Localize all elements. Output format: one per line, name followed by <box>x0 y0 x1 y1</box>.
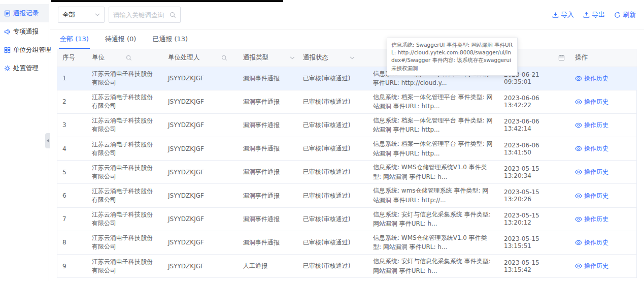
cell-report-content: 信息系统: 档案一体化管理平台 事件类型: 网站漏洞 事件URL: http..… <box>373 139 494 158</box>
cell-handler: JSYYDZKJGF <box>168 192 204 199</box>
sidebar-item-special-report[interactable]: 专项通报 <box>0 22 49 41</box>
cell-unit: 江苏云涌电子科技股份有限公司 <box>92 211 153 227</box>
table-row[interactable]: 7 江苏云涌电子科技股份有限公司 JSYYDZKJGF 漏洞事件通报 已审核(审… <box>57 207 637 231</box>
table-row[interactable]: 3 江苏云涌电子科技股份有限公司 JSYYDZKJGF 漏洞事件通报 已审核(审… <box>57 113 637 137</box>
action-history-label: 操作历史 <box>584 192 608 200</box>
col-label: 单位 <box>92 53 105 62</box>
tab-reported[interactable]: 已通报 (13) <box>151 30 189 49</box>
import-button[interactable]: 导入 <box>552 10 574 19</box>
col-header-status: 通报状态 <box>303 53 363 62</box>
action-history-label: 操作历史 <box>584 144 608 153</box>
cell-report-type: 漏洞事件通报 <box>243 121 280 129</box>
cell-report-status: 已审核(审核通过) <box>303 75 350 82</box>
search-icon[interactable] <box>170 12 176 18</box>
action-history-link[interactable]: 操作历史 <box>575 168 608 176</box>
cell-report-type: 漏洞事件通报 <box>243 239 280 246</box>
col-header-type: 通报类型 <box>243 53 293 62</box>
action-history-link[interactable]: 操作历史 <box>575 238 608 247</box>
table-row[interactable]: 4 江苏云涌电子科技股份有限公司 JSYYDZKJGF 漏洞事件通报 已审核(审… <box>57 137 637 161</box>
sidebar-item-label: 通报记录 <box>13 9 39 18</box>
action-history-link[interactable]: 操作历史 <box>575 144 608 153</box>
unit-search-icon[interactable] <box>126 55 132 61</box>
cell-index: 7 <box>62 215 66 223</box>
action-history-label: 操作历史 <box>584 74 608 83</box>
cell-handler: JSYYDZKJGF <box>168 145 204 152</box>
sidebar-item-label: 单位分组管理 <box>13 46 51 54</box>
table-row[interactable]: 5 江苏云涌电子科技股份有限公司 JSYYDZKJGF 漏洞事件通报 已审核(审… <box>57 161 637 184</box>
tab-all[interactable]: 全部 (13) <box>59 30 90 49</box>
export-label: 导出 <box>592 10 605 19</box>
action-history-link[interactable]: 操作历史 <box>575 262 608 270</box>
eye-icon <box>575 76 582 81</box>
table-row[interactable]: 1 江苏云涌电子科技股份有限公司 JSYYDZKJGF 漏洞事件通报 已审核(审… <box>57 67 637 90</box>
cell-report-time: 2023-06-06 13:41:50 <box>504 142 539 156</box>
cell-report-content: 信息系统: 安灯与信息化采集系统 事件类型: 网站漏洞 事件URL: h... <box>373 210 494 229</box>
content-tooltip: 信息系统: SwaggerUI 事件类型: 网站漏洞 事件URL: http:/… <box>387 38 518 76</box>
date-filter-calendar-icon[interactable] <box>558 54 565 61</box>
handler-search-icon[interactable] <box>221 55 227 61</box>
cell-handler: JSYYDZKJGF <box>168 239 204 246</box>
cell-report-time: 2023-06-06 13:42:14 <box>504 118 539 132</box>
sidebar-item-unit-group-management[interactable]: 单位分组管理 <box>0 41 49 59</box>
table-row[interactable]: 8 江苏云涌电子科技股份有限公司 JSYYDZKJGF 漏洞事件通报 已审核(审… <box>57 231 637 254</box>
sidebar-item-disposal-management[interactable]: 处置管理 <box>0 59 49 77</box>
cell-report-type: 人工通报 <box>243 262 267 269</box>
filter-select[interactable]: 全部 <box>58 7 105 23</box>
col-label: 单位处理人 <box>168 53 200 62</box>
cell-report-content: 信息系统: wms仓储管理系统 事件类型: 网站漏洞 事件URL: http:/… <box>373 186 494 205</box>
export-button[interactable]: 导出 <box>583 10 605 19</box>
action-history-link[interactable]: 操作历史 <box>575 215 608 224</box>
cell-report-content: 信息系统: WMS仓储管理系统V1.0 事件类型: 网站漏洞 事件URL: h.… <box>373 233 494 252</box>
import-icon <box>552 12 559 18</box>
table-row[interactable]: 6 江苏云涌电子科技股份有限公司 JSYYDZKJGF 漏洞事件通报 已审核(审… <box>57 184 637 207</box>
refresh-button[interactable]: 刷新 <box>614 10 636 19</box>
eye-icon <box>575 122 582 128</box>
top-black-strip <box>51 0 283 2</box>
eye-icon <box>575 216 582 222</box>
cell-index: 9 <box>62 263 66 270</box>
cell-index: 2 <box>62 98 66 105</box>
cell-unit: 江苏云涌电子科技股份有限公司 <box>92 234 153 250</box>
status-filter-chevron-icon[interactable] <box>350 56 355 59</box>
cell-index: 5 <box>62 169 66 176</box>
special-report-icon <box>4 28 11 35</box>
table-row[interactable]: 9 江苏云涌电子科技股份有限公司 JSYYDZKJGF 人工通报 已审核(审核通… <box>57 255 637 278</box>
cell-handler: JSYYDZKJGF <box>168 263 204 270</box>
cell-report-status: 已审核(审核通过) <box>303 168 350 175</box>
action-history-link[interactable]: 操作历史 <box>575 192 608 200</box>
cell-unit: 江苏云涌电子科技股份有限公司 <box>92 117 153 133</box>
cell-handler: JSYYDZKJGF <box>168 169 204 176</box>
cell-handler: JSYYDZKJGF <box>168 75 204 82</box>
table-row[interactable]: 2 江苏云涌电子科技股份有限公司 JSYYDZKJGF 漏洞事件通报 已审核(审… <box>57 90 637 113</box>
sidebar-item-report-records[interactable]: 通报记录 <box>0 4 49 22</box>
cell-handler: JSYYDZKJGF <box>168 215 204 223</box>
main-content: 全部 导入 导出 刷新 全部 (13) 待通报 (0) <box>50 0 644 281</box>
cell-index: 1 <box>62 75 66 82</box>
eye-icon <box>575 193 582 199</box>
eye-icon <box>575 99 582 105</box>
keyword-search-input[interactable] <box>113 11 170 19</box>
tab-pending[interactable]: 待通报 (0) <box>104 30 138 49</box>
cell-report-status: 已审核(审核通过) <box>303 215 350 223</box>
sidebar-item-label: 处置管理 <box>13 64 39 73</box>
cell-report-type: 漏洞事件通报 <box>243 215 280 223</box>
action-history-link[interactable]: 操作历史 <box>575 98 608 106</box>
action-history-label: 操作历史 <box>584 262 608 270</box>
cell-unit: 江苏云涌电子科技股份有限公司 <box>92 188 153 203</box>
table-header-row: 序号 单位 单位处理人 通报类型 通报状态 操作 <box>57 49 637 67</box>
sidebar-collapse-handle[interactable] <box>45 133 50 148</box>
col-header-handler: 单位处理人 <box>168 53 233 62</box>
col-label: 通报类型 <box>243 53 268 62</box>
refresh-icon <box>614 12 621 18</box>
action-history-label: 操作历史 <box>584 168 608 176</box>
action-history-link[interactable]: 操作历史 <box>575 74 608 83</box>
type-filter-chevron-icon[interactable] <box>290 56 295 59</box>
eye-icon <box>575 169 582 175</box>
cell-report-content: 信息系统: 安灯与信息化采集系统 事件类型: 网站漏洞 事件URL: h... <box>373 257 494 275</box>
action-history-link[interactable]: 操作历史 <box>575 121 608 130</box>
eye-icon <box>575 240 582 245</box>
cell-handler: JSYYDZKJGF <box>168 121 204 129</box>
cell-report-status: 已审核(审核通过) <box>303 145 350 152</box>
cell-report-status: 已审核(审核通过) <box>303 262 350 269</box>
table-body: 1 江苏云涌电子科技股份有限公司 JSYYDZKJGF 漏洞事件通报 已审核(审… <box>57 67 637 277</box>
